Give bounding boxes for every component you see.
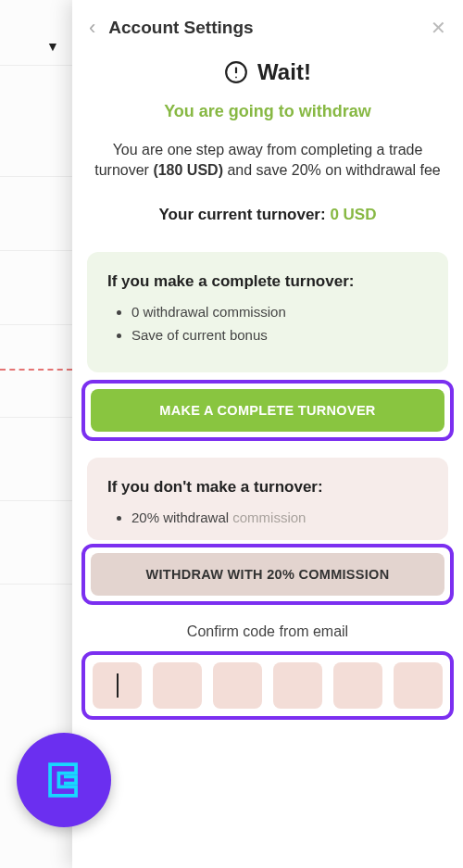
complete-turnover-benefits: 0 withdrawal commission Save of current … xyxy=(107,304,428,343)
dropdown-caret-icon[interactable]: ▼ xyxy=(46,39,59,54)
alert-circle-icon xyxy=(224,60,248,84)
info-post: and save 20% on withdrawal fee xyxy=(223,162,441,178)
brand-logo-icon xyxy=(38,754,90,806)
complete-turnover-card: If you make a complete turnover: 0 withd… xyxy=(87,252,448,372)
no-turnover-card: If you don't make a turnover: 20% withdr… xyxy=(87,458,448,540)
code-digit-input[interactable] xyxy=(153,662,202,709)
wait-heading: Wait! xyxy=(72,59,463,85)
list-item: 20% withdrawal commission xyxy=(131,509,428,525)
code-digit-input[interactable] xyxy=(333,662,382,709)
highlight-box: WITHDRAW WITH 20% COMMISSION xyxy=(81,544,454,605)
no-turnover-costs: 20% withdrawal commission xyxy=(107,509,428,525)
wait-text: Wait! xyxy=(257,59,311,85)
commission-text: 20% withdrawal xyxy=(131,509,232,525)
complete-turnover-title: If you make a complete turnover: xyxy=(107,272,428,291)
svg-point-2 xyxy=(235,77,237,79)
withdraw-with-commission-button[interactable]: WITHDRAW WITH 20% COMMISSION xyxy=(91,553,444,596)
current-turnover-row: Your current turnover: 0 USD xyxy=(72,206,463,224)
text-cursor xyxy=(117,673,119,698)
commission-muted: commission xyxy=(232,509,306,525)
panel-header: ‹ Account Settings ✕ xyxy=(72,9,463,46)
brand-fab-button[interactable] xyxy=(17,733,111,827)
code-digit-input[interactable] xyxy=(394,662,443,709)
current-turnover-value: 0 USD xyxy=(330,206,376,223)
no-turnover-title: If you don't make a turnover: xyxy=(107,478,428,497)
highlight-box xyxy=(81,651,454,720)
current-turnover-label: Your current turnover: xyxy=(159,206,331,223)
info-amount: (180 USD) xyxy=(153,162,223,178)
withdraw-subtitle: You are going to withdraw xyxy=(72,102,463,121)
info-paragraph: You are one step away from completing a … xyxy=(91,140,444,182)
chart-reference-line xyxy=(0,369,72,371)
back-icon[interactable]: ‹ xyxy=(89,18,95,38)
page-title: Account Settings xyxy=(108,18,431,38)
code-digit-input[interactable] xyxy=(93,662,142,709)
list-item: Save of current bonus xyxy=(131,327,428,343)
list-item: 0 withdrawal commission xyxy=(131,304,428,320)
code-digit-input[interactable] xyxy=(273,662,322,709)
confirm-code-label: Confirm code from email xyxy=(72,623,463,640)
highlight-box: MAKE A COMPLETE TURNOVER xyxy=(81,380,454,441)
code-input-row xyxy=(91,660,444,711)
code-digit-input[interactable] xyxy=(213,662,262,709)
make-complete-turnover-button[interactable]: MAKE A COMPLETE TURNOVER xyxy=(91,389,444,432)
close-icon[interactable]: ✕ xyxy=(431,17,446,39)
settings-panel: ‹ Account Settings ✕ Wait! You are going… xyxy=(72,0,463,868)
